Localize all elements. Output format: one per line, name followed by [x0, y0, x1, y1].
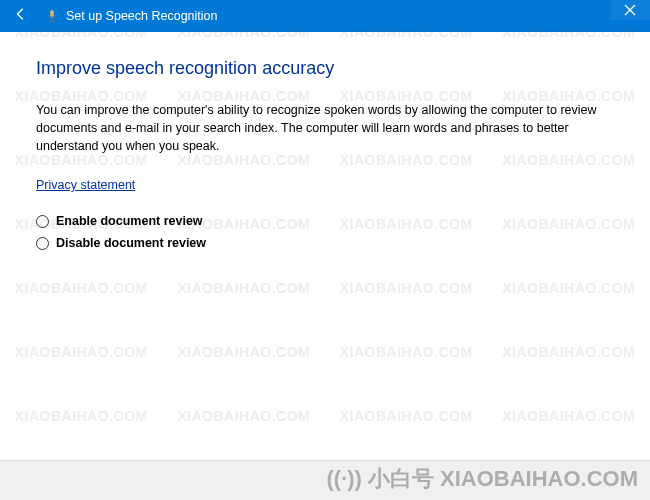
privacy-statement-link[interactable]: Privacy statement	[36, 178, 135, 192]
disable-document-review-radio[interactable]: Disable document review	[36, 236, 614, 250]
radio-label: Disable document review	[56, 236, 206, 250]
titlebar: Set up Speech Recognition	[0, 0, 650, 32]
wizard-footer	[0, 460, 650, 500]
svg-rect-0	[50, 10, 54, 17]
window-title: Set up Speech Recognition	[66, 9, 218, 23]
enable-document-review-radio[interactable]: Enable document review	[36, 214, 614, 228]
radio-icon	[36, 237, 49, 250]
page-heading: Improve speech recognition accuracy	[36, 58, 614, 79]
microphone-icon	[44, 8, 60, 24]
radio-icon	[36, 215, 49, 228]
close-button[interactable]	[610, 0, 650, 20]
document-review-radio-group: Enable document review Disable document …	[36, 214, 614, 250]
back-button[interactable]	[8, 7, 34, 25]
radio-label: Enable document review	[56, 214, 203, 228]
page-description: You can improve the computer's ability t…	[36, 101, 614, 155]
wizard-content: Improve speech recognition accuracy You …	[0, 32, 650, 460]
